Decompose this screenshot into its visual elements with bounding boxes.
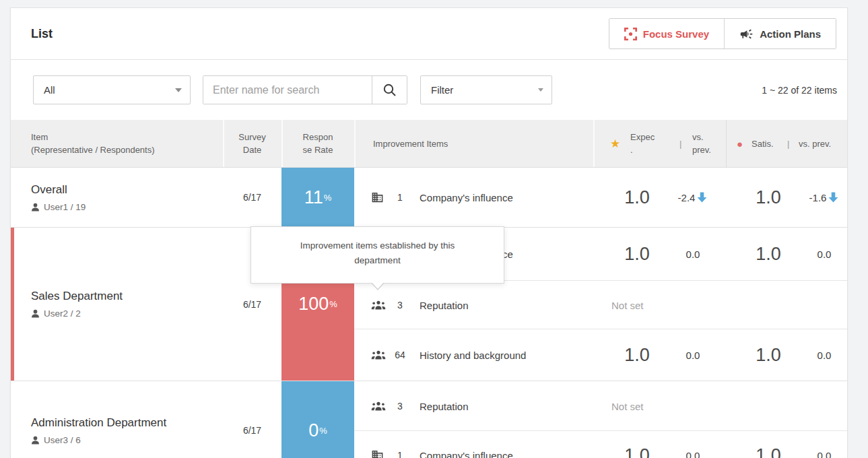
focus-survey-label: Focus Survey bbox=[643, 28, 709, 40]
action-plans-button[interactable]: Action Plans bbox=[724, 19, 836, 48]
delta-value: 0.0 bbox=[817, 249, 832, 260]
search-button[interactable] bbox=[372, 76, 407, 104]
scope-select[interactable]: All bbox=[33, 75, 191, 104]
representative: User1 / 19 bbox=[31, 202, 223, 212]
column-header-satisfaction: Satis. bbox=[752, 137, 774, 150]
representative-label: User3 / 6 bbox=[44, 435, 81, 445]
not-set-label: Not set bbox=[611, 400, 644, 412]
search-icon bbox=[382, 83, 397, 97]
column-header-survey-date: SurveyDate bbox=[223, 131, 281, 156]
people-icon bbox=[371, 350, 386, 360]
item-number: 3 bbox=[388, 300, 412, 310]
item-label: Company's influence bbox=[420, 450, 513, 458]
delta-value: 0.0 bbox=[817, 450, 832, 458]
person-icon bbox=[31, 436, 40, 445]
person-icon bbox=[31, 309, 40, 318]
star-icon: ★ bbox=[610, 137, 620, 150]
improvement-item-row[interactable]: 1 Company's influence 1.0 -2.4 1.0 -1.6 bbox=[354, 168, 847, 227]
delta-value: 0.0 bbox=[817, 350, 832, 361]
tooltip-caret bbox=[372, 282, 384, 289]
survey-date: 6/17 bbox=[223, 168, 281, 227]
department-name: Sales Department bbox=[31, 290, 223, 303]
table-header: Item(Representative / Respondents) Surve… bbox=[11, 120, 847, 168]
expectation-score: 1.0 bbox=[610, 187, 664, 208]
items-count: 1 ~ 22 of 22 items bbox=[762, 85, 837, 96]
header-divider bbox=[354, 120, 356, 167]
delta-value: -2.4 bbox=[678, 192, 696, 203]
representative: User3 / 6 bbox=[31, 435, 223, 445]
item-number: 1 bbox=[388, 192, 412, 203]
header-divider bbox=[593, 120, 595, 167]
chevron-down-icon bbox=[175, 88, 182, 92]
tooltip: Improvement items established by this de… bbox=[251, 226, 504, 284]
satisfaction-delta: -1.6 bbox=[802, 192, 846, 203]
delta-value: -1.6 bbox=[809, 192, 827, 203]
improvement-items-cell: 3 Reputation Not set 1 Company's influen… bbox=[354, 381, 847, 458]
megaphone-icon bbox=[739, 27, 754, 41]
column-header-expectation: Expec. bbox=[630, 131, 655, 156]
improvement-item-row[interactable]: 3 Reputation Not set bbox=[354, 381, 847, 430]
focus-survey-button[interactable]: Focus Survey bbox=[609, 19, 724, 48]
page-title: List bbox=[31, 27, 53, 41]
people-icon bbox=[371, 401, 386, 412]
card-header: List Focus Survey bbox=[11, 8, 847, 60]
satisfaction-score: 1.0 bbox=[741, 445, 795, 458]
focus-icon bbox=[624, 28, 637, 40]
item-number: 1 bbox=[388, 450, 412, 458]
arrow-down-icon bbox=[828, 192, 839, 203]
table-row-overall[interactable]: Overall User1 / 19 6/17 11% 1 Company's … bbox=[11, 168, 847, 228]
business-icon bbox=[371, 191, 384, 204]
business-icon bbox=[371, 449, 384, 458]
delta-value: 0.0 bbox=[686, 450, 700, 458]
satisfaction-score: 1.0 bbox=[741, 345, 795, 366]
satisfaction-dot-icon: ● bbox=[737, 137, 743, 150]
improvement-item-row[interactable]: 3 Reputation Not set bbox=[354, 280, 847, 329]
improvement-items-cell: 1 Company's influence 1.0 -2.4 1.0 -1.6 bbox=[354, 168, 847, 227]
department-name: Overall bbox=[31, 183, 223, 197]
response-rate-value: 100 bbox=[298, 294, 329, 315]
improvement-item-row[interactable]: 64 History and background 1.0 0.0 1.0 0.… bbox=[354, 329, 847, 381]
percent-sign: % bbox=[329, 299, 337, 309]
chevron-down-icon bbox=[538, 88, 543, 92]
table-row-administration-department[interactable]: Administration Department User3 / 6 6/17… bbox=[11, 381, 847, 458]
response-rate-value: 0 bbox=[308, 420, 319, 441]
department-name: Administration Department bbox=[31, 416, 223, 430]
filter-select-value: Filter bbox=[431, 84, 453, 96]
improvement-item-row[interactable]: 1 Company's influence 1.0 0.0 1.0 0.0 bbox=[354, 430, 847, 458]
toolbar: All Filter 1 ~ 22 of 22 items bbox=[11, 60, 847, 120]
representative: User2 / 2 bbox=[31, 308, 223, 319]
column-header-expec-vs-prev: vs.prev. bbox=[692, 131, 711, 156]
header-separator: | bbox=[787, 137, 789, 150]
expectation-delta: -2.4 bbox=[671, 192, 715, 203]
item-number: 3 bbox=[388, 401, 412, 412]
header-separator: | bbox=[679, 137, 681, 150]
header-group-divider bbox=[726, 120, 727, 167]
response-rate-cell: 11% bbox=[281, 168, 354, 227]
delta-value: 0.0 bbox=[686, 249, 700, 260]
item-cell: Administration Department User3 / 6 bbox=[11, 381, 223, 458]
percent-sign: % bbox=[324, 193, 332, 203]
column-header-response-rate: Response Rate bbox=[281, 131, 354, 156]
selected-row-indicator bbox=[11, 228, 14, 381]
people-icon bbox=[371, 300, 386, 310]
representative-label: User1 / 19 bbox=[44, 202, 86, 212]
action-plans-label: Action Plans bbox=[760, 28, 821, 40]
search-input[interactable] bbox=[203, 76, 372, 104]
item-cell: Overall User1 / 19 bbox=[11, 168, 223, 227]
filter-select[interactable]: Filter bbox=[420, 75, 552, 104]
item-cell: Sales Department User2 / 2 bbox=[11, 228, 223, 381]
representative-label: User2 / 2 bbox=[44, 308, 81, 319]
delta-value: 0.0 bbox=[686, 350, 700, 361]
person-icon bbox=[31, 203, 40, 211]
expectation-score: 1.0 bbox=[610, 345, 664, 366]
expectation-score: 1.0 bbox=[610, 445, 664, 458]
item-number: 64 bbox=[388, 350, 412, 360]
arrow-down-icon bbox=[696, 192, 708, 203]
expectation-score: 1.0 bbox=[610, 244, 664, 265]
satisfaction-score: 1.0 bbox=[741, 187, 795, 208]
response-rate-value: 11 bbox=[304, 187, 323, 208]
not-set-label: Not set bbox=[611, 299, 644, 310]
column-header-item: Item(Representative / Respondents) bbox=[31, 131, 155, 156]
search-box bbox=[203, 75, 407, 104]
header-button-group: Focus Survey Action Plans bbox=[609, 18, 836, 49]
